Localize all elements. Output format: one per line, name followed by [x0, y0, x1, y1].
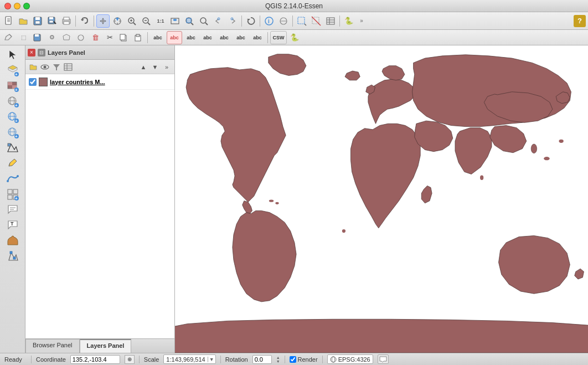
messages-button[interactable] [378, 354, 389, 364]
svg-point-96 [342, 229, 345, 233]
label-tool-1[interactable]: abc [150, 31, 166, 44]
circle-digitize-button[interactable] [74, 31, 87, 44]
panel-close-button[interactable]: × [28, 49, 35, 56]
label-tool-4[interactable]: abc [200, 31, 215, 44]
zoom-out-button[interactable] [140, 14, 153, 28]
select-edit-button[interactable]: ⬚ [17, 31, 30, 44]
zoom-in-button[interactable] [125, 14, 138, 28]
new-project-button[interactable] [2, 14, 16, 28]
label-tool-3[interactable]: abc [183, 31, 199, 44]
add-wms-button[interactable]: + [3, 94, 23, 109]
filter-layer-button[interactable] [51, 61, 62, 73]
paste-features-button[interactable] [132, 31, 145, 44]
save-as-button[interactable] [45, 14, 59, 28]
undo-button[interactable] [78, 14, 91, 28]
help-button[interactable]: ? [574, 15, 586, 27]
move-layer-down-button[interactable]: ▼ [149, 61, 161, 73]
svg-point-101 [531, 144, 537, 153]
label-tool-5[interactable]: abc [216, 31, 232, 44]
toolbar-separator-1 [75, 16, 76, 27]
layer-visibility-button[interactable] [39, 61, 50, 73]
annotation-button[interactable] [3, 203, 23, 217]
maximize-button[interactable] [23, 3, 30, 9]
toolbox: + + + [0, 45, 25, 353]
topology-checker-button[interactable]: + [3, 187, 23, 202]
save-project-button[interactable] [31, 14, 44, 28]
python-button-2[interactable]: 🐍 [288, 31, 301, 44]
layer-name[interactable]: layer countries M... [50, 79, 105, 85]
status-sep-5 [322, 356, 323, 363]
coordinate-toggle[interactable]: ⊕ [125, 355, 135, 364]
zoom-to-selection-button[interactable] [183, 14, 196, 28]
svg-rect-9 [49, 20, 53, 23]
save-edits-button[interactable] [31, 31, 44, 44]
move-layer-up-button[interactable]: ▲ [138, 61, 149, 73]
delete-selected-button[interactable]: 🗑 [89, 31, 102, 44]
edit-layer-button[interactable] [3, 156, 23, 171]
open-table-button[interactable] [324, 14, 337, 28]
main-area: + + + [0, 45, 588, 353]
rotation-input[interactable] [252, 355, 272, 364]
list-item[interactable]: layer countries M... [25, 74, 174, 90]
scale-combo[interactable]: 1:143,969,514 ▼ [163, 354, 215, 364]
cut-features-button[interactable]: ✂ [103, 31, 116, 44]
rotation-up[interactable]: ▲ [276, 356, 280, 359]
add-wfs-button[interactable]: + [3, 110, 23, 124]
layer-visibility-checkbox[interactable] [29, 78, 37, 86]
add-point-feature-button[interactable]: ⚙ [45, 31, 59, 44]
render-checkbox-area[interactable]: Render [290, 356, 318, 363]
zoom-actual-size-button[interactable]: 1:1 [154, 14, 167, 28]
render-checkbox[interactable] [290, 356, 296, 363]
map-canvas[interactable] [175, 45, 588, 353]
add-polygon-button[interactable] [60, 31, 73, 44]
svg-rect-49 [120, 34, 125, 40]
deselect-features-button[interactable] [310, 14, 323, 28]
pan-map-button[interactable] [96, 14, 110, 28]
layers-panel-tab[interactable]: Layers Panel [80, 339, 132, 353]
zoom-next-button[interactable] [226, 14, 239, 28]
plugins-button[interactable] [3, 234, 23, 248]
toolbar-overflow-button[interactable]: » [357, 14, 367, 28]
refresh-button[interactable] [244, 14, 257, 28]
browser-panel-tab[interactable]: Browser Panel [25, 339, 80, 353]
copy-features-button[interactable] [117, 31, 131, 44]
print-composer-button[interactable] [60, 14, 73, 28]
more-options-button[interactable]: » [161, 61, 172, 73]
epsg-button[interactable]: EPSG:4326 [327, 354, 373, 364]
svg-text:+: + [15, 103, 18, 107]
text-annotation-button[interactable]: T [3, 218, 23, 233]
window-controls[interactable] [4, 3, 30, 9]
zoom-to-layer-button[interactable] [197, 14, 210, 28]
add-vector-layer-button[interactable]: + [3, 63, 23, 78]
add-wcs-button[interactable]: + [3, 125, 23, 140]
open-attribute-table-button[interactable] [63, 61, 74, 73]
stream-digitize-button[interactable] [3, 172, 23, 186]
panel-float-button[interactable]: ⊟ [38, 49, 45, 56]
select-features-button[interactable] [295, 14, 308, 28]
csw-button[interactable]: CSW [270, 31, 287, 44]
pan-to-selection-button[interactable] [111, 14, 124, 28]
rotation-spinner[interactable]: ▲ ▼ [276, 354, 280, 364]
toggle-editing-button[interactable] [2, 31, 16, 44]
close-button[interactable] [4, 3, 11, 9]
label-tool-7[interactable]: abc [250, 31, 265, 44]
scale-dropdown-arrow[interactable]: ▼ [208, 357, 215, 362]
python-console-button[interactable]: 🐍 [342, 14, 355, 28]
status-ready: Ready [4, 356, 27, 363]
rotation-down[interactable]: ▼ [276, 359, 280, 363]
zoom-last-button[interactable] [212, 14, 225, 28]
node-tool-button[interactable] [3, 249, 23, 264]
add-raster-layer-button[interactable]: + [3, 79, 23, 93]
open-project-button[interactable] [17, 14, 30, 28]
select-tool-button[interactable] [3, 48, 23, 62]
zoom-full-extent-button[interactable] [168, 14, 182, 28]
new-vector-layer-button[interactable] [3, 141, 23, 155]
identify-features-button[interactable]: i [262, 14, 276, 28]
measure-button[interactable] [277, 14, 290, 28]
svg-rect-79 [13, 189, 18, 194]
open-layer-button[interactable] [28, 61, 39, 73]
coordinate-input[interactable] [70, 355, 120, 364]
minimize-button[interactable] [14, 3, 20, 9]
label-tool-2[interactable]: abc [167, 31, 182, 44]
label-tool-6[interactable]: abc [233, 31, 249, 44]
